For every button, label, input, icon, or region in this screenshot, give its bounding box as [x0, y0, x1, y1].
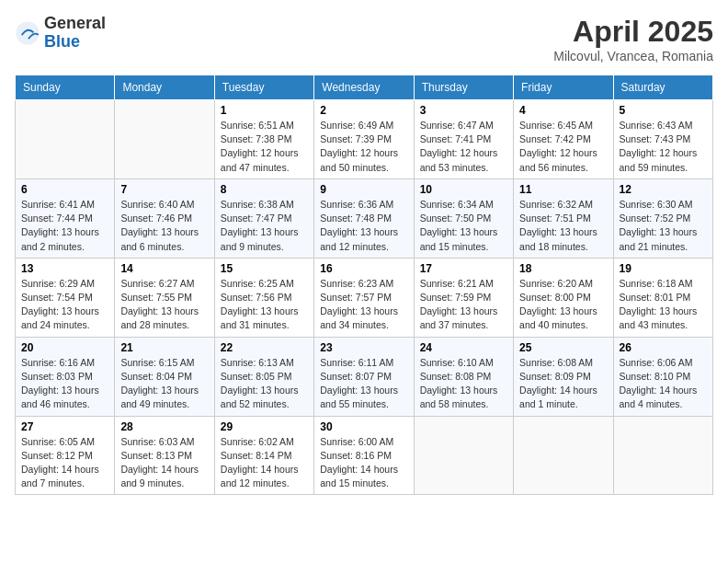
- calendar-cell: 28Sunrise: 6:03 AMSunset: 8:13 PMDayligh…: [115, 416, 214, 495]
- calendar-cell: [514, 416, 613, 495]
- day-number: 16: [320, 262, 407, 275]
- calendar-cell: 23Sunrise: 6:11 AMSunset: 8:07 PMDayligh…: [314, 337, 414, 416]
- day-info: Sunrise: 6:10 AMSunset: 8:08 PMDaylight:…: [420, 356, 507, 412]
- day-info: Sunrise: 6:16 AMSunset: 8:03 PMDaylight:…: [21, 356, 108, 412]
- calendar-cell: 25Sunrise: 6:08 AMSunset: 8:09 PMDayligh…: [514, 337, 613, 416]
- calendar-cell: 12Sunrise: 6:30 AMSunset: 7:52 PMDayligh…: [613, 178, 712, 258]
- day-info: Sunrise: 6:05 AMSunset: 8:12 PMDaylight:…: [21, 435, 108, 491]
- calendar-cell: 16Sunrise: 6:23 AMSunset: 7:57 PMDayligh…: [314, 258, 414, 337]
- calendar-cell: 19Sunrise: 6:18 AMSunset: 8:01 PMDayligh…: [613, 258, 712, 337]
- day-info: Sunrise: 6:03 AMSunset: 8:13 PMDaylight:…: [120, 435, 208, 491]
- calendar-cell: 10Sunrise: 6:34 AMSunset: 7:50 PMDayligh…: [414, 178, 513, 258]
- day-info: Sunrise: 6:34 AMSunset: 7:50 PMDaylight:…: [420, 198, 507, 254]
- day-info: Sunrise: 6:30 AMSunset: 7:52 PMDaylight:…: [620, 198, 707, 254]
- day-number: 26: [620, 341, 707, 354]
- page-header: General Blue April 2025 Milcovul, Vrance…: [15, 15, 713, 63]
- calendar-week-row: 20Sunrise: 6:16 AMSunset: 8:03 PMDayligh…: [16, 337, 713, 416]
- title-block: April 2025 Milcovul, Vrancea, Romania: [553, 15, 713, 63]
- calendar-cell: 18Sunrise: 6:20 AMSunset: 8:00 PMDayligh…: [514, 258, 613, 337]
- calendar-cell: 11Sunrise: 6:32 AMSunset: 7:51 PMDayligh…: [514, 178, 613, 258]
- calendar-cell: 2Sunrise: 6:49 AMSunset: 7:39 PMDaylight…: [314, 100, 414, 179]
- day-info: Sunrise: 6:45 AMSunset: 7:42 PMDaylight:…: [519, 119, 607, 175]
- day-info: Sunrise: 6:18 AMSunset: 8:01 PMDaylight:…: [620, 277, 707, 333]
- day-info: Sunrise: 6:25 AMSunset: 7:56 PMDaylight:…: [221, 277, 308, 333]
- calendar-cell: 17Sunrise: 6:21 AMSunset: 7:59 PMDayligh…: [414, 258, 513, 337]
- day-info: Sunrise: 6:27 AMSunset: 7:55 PMDaylight:…: [120, 277, 208, 333]
- calendar-cell: 13Sunrise: 6:29 AMSunset: 7:54 PMDayligh…: [16, 258, 115, 337]
- calendar-cell: 29Sunrise: 6:02 AMSunset: 8:14 PMDayligh…: [214, 416, 313, 495]
- day-info: Sunrise: 6:02 AMSunset: 8:14 PMDaylight:…: [221, 435, 308, 491]
- calendar-cell: 14Sunrise: 6:27 AMSunset: 7:55 PMDayligh…: [115, 258, 214, 337]
- day-number: 5: [620, 104, 707, 117]
- day-number: 25: [519, 341, 607, 354]
- day-info: Sunrise: 6:00 AMSunset: 8:16 PMDaylight:…: [320, 435, 407, 491]
- day-header-sunday: Sunday: [16, 75, 115, 100]
- day-number: 23: [320, 341, 407, 354]
- day-number: 30: [320, 420, 407, 433]
- calendar-header-row: SundayMondayTuesdayWednesdayThursdayFrid…: [16, 75, 713, 100]
- day-info: Sunrise: 6:06 AMSunset: 8:10 PMDaylight:…: [620, 356, 707, 412]
- calendar-cell: 24Sunrise: 6:10 AMSunset: 8:08 PMDayligh…: [414, 337, 513, 416]
- day-header-monday: Monday: [115, 75, 214, 100]
- day-number: 13: [21, 262, 108, 275]
- day-number: 9: [320, 183, 407, 196]
- day-info: Sunrise: 6:47 AMSunset: 7:41 PMDaylight:…: [420, 119, 507, 175]
- calendar-cell: 15Sunrise: 6:25 AMSunset: 7:56 PMDayligh…: [214, 258, 313, 337]
- day-info: Sunrise: 6:36 AMSunset: 7:48 PMDaylight:…: [320, 198, 407, 254]
- day-info: Sunrise: 6:20 AMSunset: 8:00 PMDaylight:…: [519, 277, 607, 333]
- day-number: 4: [519, 104, 607, 117]
- day-info: Sunrise: 6:08 AMSunset: 8:09 PMDaylight:…: [519, 356, 607, 412]
- day-number: 6: [21, 183, 108, 196]
- logo-general: General: [44, 15, 106, 33]
- day-number: 15: [221, 262, 308, 275]
- calendar-cell: [16, 100, 115, 179]
- day-header-tuesday: Tuesday: [214, 75, 313, 100]
- calendar-cell: 20Sunrise: 6:16 AMSunset: 8:03 PMDayligh…: [16, 337, 115, 416]
- day-number: 22: [221, 341, 308, 354]
- day-info: Sunrise: 6:49 AMSunset: 7:39 PMDaylight:…: [320, 119, 407, 175]
- logo-text: General Blue: [44, 15, 106, 52]
- calendar-table: SundayMondayTuesdayWednesdayThursdayFrid…: [15, 75, 713, 495]
- day-info: Sunrise: 6:11 AMSunset: 8:07 PMDaylight:…: [320, 356, 407, 412]
- calendar-cell: [613, 416, 712, 495]
- day-info: Sunrise: 6:43 AMSunset: 7:43 PMDaylight:…: [620, 119, 707, 175]
- day-info: Sunrise: 6:32 AMSunset: 7:51 PMDaylight:…: [519, 198, 607, 254]
- day-info: Sunrise: 6:51 AMSunset: 7:38 PMDaylight:…: [221, 119, 308, 175]
- day-number: 3: [420, 104, 507, 117]
- calendar-cell: 5Sunrise: 6:43 AMSunset: 7:43 PMDaylight…: [613, 100, 712, 179]
- logo-icon: [15, 20, 40, 46]
- day-number: 29: [221, 420, 308, 433]
- calendar-cell: [115, 100, 214, 179]
- calendar-cell: 3Sunrise: 6:47 AMSunset: 7:41 PMDaylight…: [414, 100, 513, 179]
- day-number: 10: [420, 183, 507, 196]
- day-number: 17: [420, 262, 507, 275]
- calendar-cell: 7Sunrise: 6:40 AMSunset: 7:46 PMDaylight…: [115, 178, 214, 258]
- day-info: Sunrise: 6:15 AMSunset: 8:04 PMDaylight:…: [120, 356, 208, 412]
- calendar-cell: 6Sunrise: 6:41 AMSunset: 7:44 PMDaylight…: [16, 178, 115, 258]
- day-number: 24: [420, 341, 507, 354]
- day-info: Sunrise: 6:38 AMSunset: 7:47 PMDaylight:…: [221, 198, 308, 254]
- calendar-cell: 21Sunrise: 6:15 AMSunset: 8:04 PMDayligh…: [115, 337, 214, 416]
- day-number: 7: [120, 183, 208, 196]
- day-info: Sunrise: 6:41 AMSunset: 7:44 PMDaylight:…: [21, 198, 108, 254]
- day-header-friday: Friday: [514, 75, 613, 100]
- day-number: 14: [120, 262, 208, 275]
- calendar-week-row: 1Sunrise: 6:51 AMSunset: 7:38 PMDaylight…: [16, 100, 713, 179]
- day-number: 1: [221, 104, 308, 117]
- day-info: Sunrise: 6:29 AMSunset: 7:54 PMDaylight:…: [21, 277, 108, 333]
- day-number: 11: [519, 183, 607, 196]
- calendar-week-row: 6Sunrise: 6:41 AMSunset: 7:44 PMDaylight…: [16, 178, 713, 258]
- day-number: 20: [21, 341, 108, 354]
- day-number: 28: [120, 420, 208, 433]
- month-title: April 2025: [553, 15, 713, 49]
- calendar-cell: 4Sunrise: 6:45 AMSunset: 7:42 PMDaylight…: [514, 100, 613, 179]
- day-header-saturday: Saturday: [613, 75, 712, 100]
- calendar-cell: 27Sunrise: 6:05 AMSunset: 8:12 PMDayligh…: [16, 416, 115, 495]
- calendar-week-row: 27Sunrise: 6:05 AMSunset: 8:12 PMDayligh…: [16, 416, 713, 495]
- day-number: 18: [519, 262, 607, 275]
- day-header-thursday: Thursday: [414, 75, 513, 100]
- day-number: 12: [620, 183, 707, 196]
- day-header-wednesday: Wednesday: [314, 75, 414, 100]
- day-number: 2: [320, 104, 407, 117]
- calendar-cell: 22Sunrise: 6:13 AMSunset: 8:05 PMDayligh…: [214, 337, 313, 416]
